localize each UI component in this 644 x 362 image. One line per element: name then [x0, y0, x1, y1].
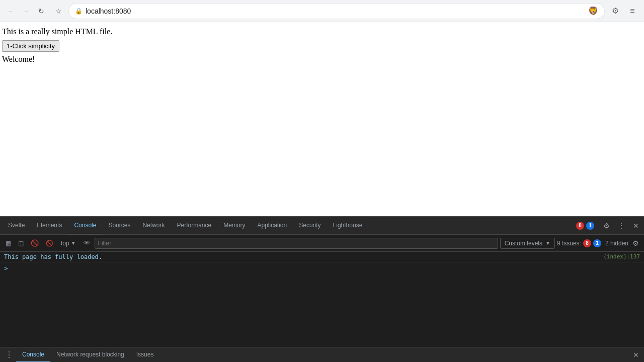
forward-button[interactable]: →	[19, 4, 33, 18]
tab-sources[interactable]: Sources	[102, 217, 136, 235]
tab-memory[interactable]: Memory	[217, 217, 251, 235]
chevron-down-icon: ▼	[71, 240, 76, 246]
eye-button[interactable]: 👁	[81, 238, 93, 248]
bottom-tab-issues[interactable]: Issues	[130, 347, 160, 363]
custom-levels-button[interactable]: Custom levels ▼	[500, 238, 555, 249]
page-content: This is a really simple HTML file. 1-Cli…	[0, 22, 644, 216]
console-message-source[interactable]: (index):137	[603, 253, 640, 260]
bottom-tabs: ⋮ Console Network request blocking Issue…	[0, 347, 644, 362]
context-label: top	[61, 240, 69, 247]
devtools-more-button[interactable]: ⋮	[615, 220, 628, 232]
back-button[interactable]: ←	[4, 4, 18, 18]
filter-input[interactable]	[98, 240, 495, 247]
tab-console[interactable]: Console	[68, 217, 102, 235]
issues-count: 9 Issues: 8 1	[557, 239, 601, 247]
page-description: This is a really simple HTML file.	[2, 27, 642, 36]
devtools-tab-bar: Svelte Elements Console Sources Network …	[0, 217, 644, 235]
console-toolbar: ▦ ◫ 🚫 🚫 top ▼ 👁 Custom levels ▼ 9 Issues…	[0, 235, 644, 252]
tab-svelte[interactable]: Svelte	[2, 217, 31, 235]
reload-button[interactable]: ↻	[34, 4, 48, 18]
menu-button[interactable]: ≡	[625, 4, 640, 19]
nav-buttons: ← → ↻	[4, 4, 48, 18]
error-count: 8	[576, 222, 584, 230]
clear-console-button[interactable]: 🚫	[28, 238, 41, 248]
tab-elements[interactable]: Elements	[31, 217, 68, 235]
console-prompt[interactable]: >	[0, 262, 644, 274]
filter-input-container[interactable]	[95, 238, 498, 249]
console-log-message: This page has fully loaded. (index):137	[0, 252, 644, 262]
welcome-text: Welcome!	[2, 55, 35, 63]
console-input[interactable]	[11, 265, 640, 272]
devtools-close-button[interactable]: ✕	[630, 220, 642, 232]
block-request-button[interactable]: 🚫	[43, 238, 56, 248]
console-settings-icon[interactable]: ⚙	[630, 238, 641, 248]
bottom-tab-console[interactable]: Console	[16, 347, 50, 363]
tab-security[interactable]: Security	[293, 217, 327, 235]
brave-shield-icon: 🦁	[588, 6, 598, 16]
bottom-tab-network-request-blocking[interactable]: Network request blocking	[50, 347, 130, 363]
prompt-arrow: >	[4, 264, 8, 272]
console-message-text: This page has fully loaded.	[4, 253, 599, 260]
bottom-tab-more[interactable]: ⋮	[2, 350, 16, 359]
devtools-tabs-right: 8 1 ⚙ ⋮ ✕	[572, 220, 642, 232]
device-toolbar-button[interactable]: ◫	[16, 238, 26, 248]
click-simplicity-button[interactable]: 1-Click simplicity	[2, 40, 59, 52]
console-warn-count: 1	[593, 239, 601, 247]
warn-count: 1	[586, 222, 594, 230]
console-error-count: 8	[583, 239, 591, 247]
issues-warn-badge: 1	[586, 222, 594, 230]
tab-network[interactable]: Network	[136, 217, 171, 235]
tab-performance[interactable]: Performance	[171, 217, 217, 235]
devtools-settings-button[interactable]: ⚙	[600, 220, 613, 232]
hidden-count: 2 hidden	[605, 240, 628, 247]
issues-count-label: 9 Issues:	[557, 240, 581, 247]
lock-icon: 🔒	[75, 8, 83, 15]
bookmark-button[interactable]: ☆	[51, 4, 65, 18]
custom-levels-label: Custom levels	[505, 240, 542, 247]
bottom-tabs-close[interactable]: ✕	[630, 350, 642, 360]
toolbar-right: ⚙ ≡	[608, 4, 640, 19]
extensions-button[interactable]: ⚙	[608, 4, 623, 19]
tab-lighthouse[interactable]: Lighthouse	[327, 217, 369, 235]
chevron-down-icon-levels: ▼	[545, 240, 550, 246]
tab-application[interactable]: Application	[252, 217, 293, 235]
inspect-element-button[interactable]: ▦	[3, 238, 14, 248]
address-bar-container[interactable]: 🔒 🦁	[68, 3, 605, 19]
context-selector[interactable]: top ▼	[58, 239, 79, 248]
browser-toolbar: ← → ↻ ☆ 🔒 🦁 ⚙ ≡	[0, 0, 644, 22]
issues-error-badge: 8	[576, 222, 584, 230]
devtools-panel: Svelte Elements Console Sources Network …	[0, 216, 644, 362]
address-bar[interactable]	[86, 7, 585, 15]
issues-badge: 8 1	[572, 221, 598, 231]
console-output[interactable]: This page has fully loaded. (index):137 …	[0, 252, 644, 347]
